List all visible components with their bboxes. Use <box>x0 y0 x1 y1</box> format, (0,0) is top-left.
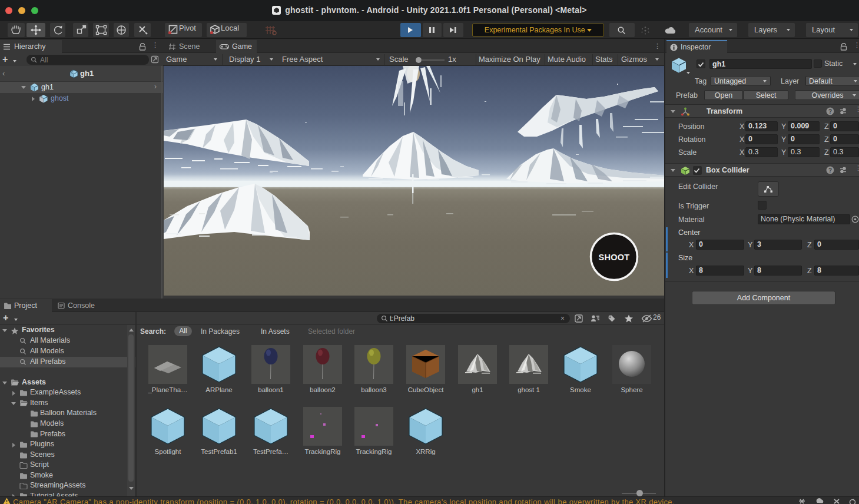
svg-text:SHOOT: SHOOT <box>598 253 629 262</box>
svg-text:?: ? <box>828 167 832 174</box>
svg-text:?: ? <box>828 108 832 115</box>
